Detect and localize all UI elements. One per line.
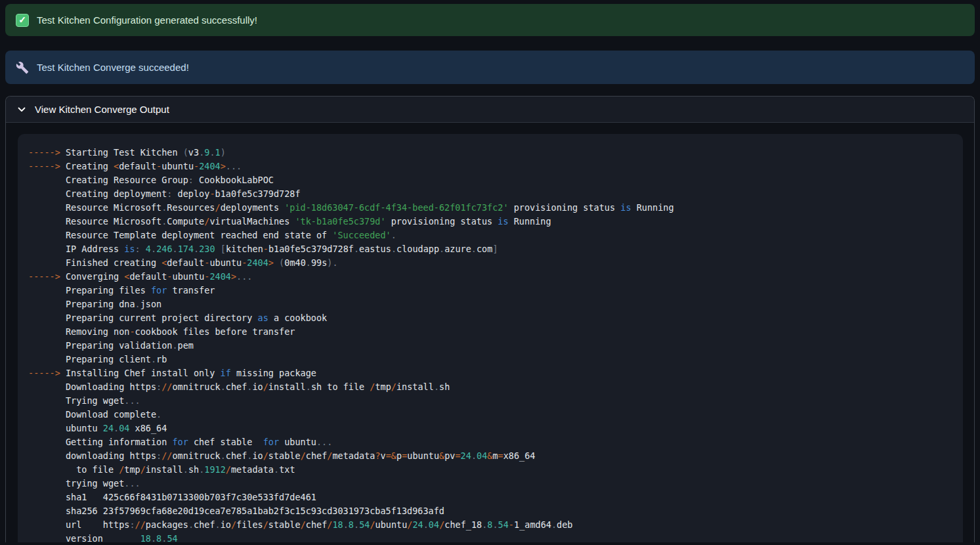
code-line: Creating deployment: deploy-b1a0fe5c379d…: [28, 187, 952, 201]
code-line: Preparing dna.json: [28, 297, 952, 311]
check-icon: ✓: [16, 14, 29, 27]
code-line: -----> Starting Test Kitchen (v3.9.1): [28, 146, 952, 160]
code-line: downloading https://omnitruck.chef.io/st…: [28, 449, 952, 463]
code-line: url https://packages.chef.io/files/stabl…: [28, 518, 952, 532]
success-banner: ✓ Test Kitchen Configuration generated s…: [5, 4, 975, 36]
code-line: ubuntu 24.04 x86_64: [28, 422, 952, 435]
code-line: Trying wget...: [28, 394, 952, 408]
code-line: Resource Microsoft.Resources/deployments…: [28, 201, 952, 215]
code-line: Finished creating <default-ubuntu-2404> …: [28, 256, 952, 270]
code-line: Preparing files for transfer: [28, 284, 952, 297]
info-banner-text: Test Kitchen Converge succeeded!: [37, 62, 189, 74]
code-line: -----> Installing Chef install only if m…: [28, 366, 952, 380]
terminal-output: -----> Starting Test Kitchen (v3.9.1)---…: [18, 134, 963, 542]
wrench-icon: [16, 61, 29, 74]
code-line: Resource Microsoft.Compute/virtualMachin…: [28, 215, 952, 229]
expander-header[interactable]: View Kitchen Converge Output: [6, 97, 974, 123]
info-banner: Test Kitchen Converge succeeded!: [5, 51, 975, 84]
code-line: Download complete.: [28, 408, 952, 422]
app-root: ✓ Test Kitchen Configuration generated s…: [0, 0, 980, 545]
code-line: sha1 425c66f8431b0713300b703f7c30e533fd7…: [28, 490, 952, 504]
code-line: version 18.8.54: [28, 532, 952, 542]
code-line: trying wget...: [28, 477, 952, 490]
code-line: to file /tmp/install.sh.1912/metadata.tx…: [28, 463, 952, 477]
expander-label: View Kitchen Converge Output: [35, 104, 169, 115]
code-line: Downloading https://omnitruck.chef.io/in…: [28, 380, 952, 394]
success-banner-text: Test Kitchen Configuration generated suc…: [37, 14, 257, 26]
code-line: Resource Template deployment reached end…: [28, 229, 952, 242]
code-line: Preparing client.rb: [28, 353, 952, 366]
code-line: -----> Creating <default-ubuntu-2404>...: [28, 160, 952, 173]
code-line: IP Address is: 4.246.174.230 [kitchen-b1…: [28, 242, 952, 256]
converge-output-expander: View Kitchen Converge Output -----> Star…: [5, 96, 975, 542]
code-line: sha256 23f57969cfa68e20d19cea7e785a1bab2…: [28, 504, 952, 518]
code-line: Preparing current project directory as a…: [28, 311, 952, 325]
code-line: Getting information for chef stable for …: [28, 435, 952, 449]
expander-body: -----> Starting Test Kitchen (v3.9.1)---…: [6, 123, 974, 542]
code-line: Removing non-cookbook files before trans…: [28, 325, 952, 339]
code-line: Preparing validation.pem: [28, 339, 952, 353]
chevron-down-icon: [16, 104, 27, 115]
code-line: Creating Resource Group: CookbookLabPOC: [28, 173, 952, 187]
code-line: -----> Converging <default-ubuntu-2404>.…: [28, 270, 952, 284]
